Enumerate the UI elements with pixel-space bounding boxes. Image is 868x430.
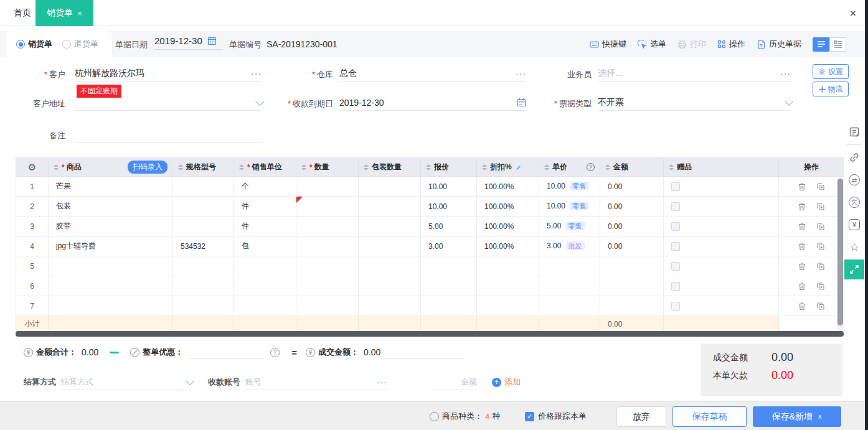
copy-row-icon[interactable] bbox=[816, 262, 825, 271]
address-chevron-down-icon[interactable] bbox=[255, 96, 264, 105]
discount-edit-icon[interactable] bbox=[514, 163, 522, 171]
cell-product[interactable]: 芒果 bbox=[49, 177, 173, 197]
abandon-button[interactable]: 放弃 bbox=[616, 406, 666, 427]
cell-qty[interactable] bbox=[296, 217, 359, 236]
copy-row-icon[interactable] bbox=[816, 242, 825, 251]
delete-row-icon[interactable] bbox=[798, 262, 806, 271]
checked-checkbox-icon[interactable]: ✓ bbox=[525, 412, 534, 421]
history-documents-button[interactable]: 历史单据 bbox=[757, 39, 801, 50]
gift-checkbox[interactable] bbox=[671, 242, 680, 251]
sort-icon[interactable] bbox=[239, 164, 244, 171]
cell-pkg-qty[interactable] bbox=[359, 296, 421, 316]
cell-qty[interactable] bbox=[296, 177, 359, 197]
cell-product[interactable] bbox=[49, 276, 173, 296]
money-icon[interactable]: ¥ bbox=[844, 213, 864, 236]
calendar-icon[interactable] bbox=[207, 36, 217, 45]
delete-row-icon[interactable] bbox=[798, 182, 806, 191]
cell-unit[interactable]: 件 bbox=[234, 217, 296, 236]
cell-unit[interactable]: 件 bbox=[234, 197, 296, 217]
price-type-tag[interactable]: 零售 bbox=[570, 202, 588, 210]
salesman-more-icon[interactable]: ··· bbox=[780, 68, 791, 78]
cell-spec[interactable] bbox=[173, 177, 234, 197]
column-header-gift[interactable]: 赠品 bbox=[664, 158, 779, 177]
cell-gift[interactable] bbox=[664, 256, 779, 276]
price-help-icon[interactable]: ? bbox=[587, 163, 595, 171]
operations-button[interactable]: 操作 bbox=[717, 39, 745, 50]
radio-sales-order[interactable]: 销货单 bbox=[16, 39, 52, 50]
sort-icon[interactable] bbox=[426, 164, 431, 171]
cell-spec[interactable] bbox=[173, 256, 234, 276]
copy-row-icon[interactable] bbox=[816, 282, 825, 291]
tab-sales-order[interactable]: 销货单 × bbox=[35, 0, 93, 26]
column-header-product[interactable]: *商品扫码录入 bbox=[49, 158, 173, 177]
delete-row-icon[interactable] bbox=[798, 202, 806, 211]
cell-product[interactable] bbox=[49, 296, 173, 316]
save-draft-button[interactable]: 保存草稿 bbox=[672, 406, 747, 427]
doc-date-field[interactable]: 2019-12-30 bbox=[154, 35, 223, 50]
column-header-discount[interactable]: 折扣% bbox=[477, 158, 539, 177]
sort-icon[interactable] bbox=[669, 164, 674, 171]
column-settings-gear-icon[interactable]: ⚙ bbox=[28, 162, 36, 172]
cell-unit[interactable] bbox=[234, 256, 296, 276]
cell-discount[interactable]: 100.00% bbox=[477, 197, 539, 217]
cell-pkg-qty[interactable] bbox=[359, 276, 421, 296]
gift-checkbox[interactable] bbox=[671, 182, 680, 191]
cell-product[interactable]: jpg十辅导费 bbox=[49, 236, 173, 256]
list-view-toggle-active[interactable] bbox=[813, 37, 829, 52]
price-track-checkbox-row[interactable]: ✓ 价格跟踪本单 bbox=[525, 411, 587, 422]
cell-pkg-qty[interactable] bbox=[359, 236, 421, 256]
sort-icon[interactable] bbox=[544, 164, 549, 171]
cell-pkg-qty[interactable] bbox=[359, 217, 421, 236]
cell-qty[interactable] bbox=[296, 236, 359, 256]
price-type-tag[interactable]: 批发 bbox=[566, 241, 585, 250]
sort-icon[interactable] bbox=[482, 164, 487, 171]
gift-checkbox[interactable] bbox=[671, 222, 680, 231]
copy-row-icon[interactable] bbox=[816, 302, 825, 311]
invoice-chevron-down-icon[interactable] bbox=[785, 96, 793, 105]
customer-field[interactable]: 杭州解放路沃尔玛 ··· bbox=[75, 65, 262, 82]
cell-unit[interactable]: 个 bbox=[234, 177, 296, 197]
account-more-icon[interactable]: ··· bbox=[377, 377, 387, 387]
cell-amount[interactable]: 0.00 bbox=[600, 236, 664, 256]
cell-price[interactable] bbox=[539, 256, 600, 276]
copy-row-icon[interactable] bbox=[816, 202, 825, 211]
settle-chevron-down-icon[interactable] bbox=[186, 376, 194, 385]
delete-row-icon[interactable] bbox=[798, 222, 806, 231]
sort-icon[interactable] bbox=[364, 164, 369, 171]
cell-discount[interactable]: 100.00% bbox=[477, 177, 539, 197]
print-button[interactable]: 打印 bbox=[677, 39, 706, 50]
card-view-toggle[interactable] bbox=[829, 37, 846, 52]
customer-more-icon[interactable]: ··· bbox=[251, 68, 262, 78]
delete-row-icon[interactable] bbox=[798, 302, 806, 311]
cell-discount[interactable]: 100.00% bbox=[477, 236, 539, 256]
cell-gift[interactable] bbox=[664, 217, 779, 236]
shortcut-keys-button[interactable]: 快捷键 bbox=[590, 39, 626, 50]
save-and-new-button[interactable]: 保存&新增 ∧ bbox=[753, 406, 841, 427]
salesman-field[interactable]: 选择... ··· bbox=[598, 65, 791, 82]
cell-gift[interactable] bbox=[664, 236, 779, 256]
account-field[interactable]: 账号 ··· bbox=[245, 374, 387, 390]
cell-quote[interactable]: 10.00 bbox=[421, 177, 477, 197]
cell-quote[interactable] bbox=[421, 256, 477, 276]
expand-icon[interactable] bbox=[844, 259, 864, 279]
deal-amount-input[interactable] bbox=[384, 345, 465, 359]
add-settlement-button[interactable]: + 添加 bbox=[492, 376, 521, 388]
due-calendar-icon[interactable] bbox=[517, 98, 526, 107]
gift-checkbox[interactable] bbox=[671, 302, 680, 311]
copy-row-icon[interactable] bbox=[816, 222, 825, 231]
sort-icon[interactable] bbox=[178, 164, 183, 171]
cell-spec[interactable]: 534532 bbox=[173, 236, 234, 256]
cell-product[interactable]: 胶带 bbox=[49, 217, 173, 236]
cell-discount[interactable] bbox=[477, 276, 539, 296]
tab-home[interactable]: 首页 bbox=[6, 0, 39, 26]
discount-help-icon[interactable]: ? bbox=[270, 348, 280, 357]
note-icon[interactable] bbox=[844, 121, 864, 143]
cell-pkg-qty[interactable] bbox=[359, 177, 421, 197]
cell-gift[interactable] bbox=[664, 296, 779, 316]
vertical-scrollbar-thumb[interactable] bbox=[837, 179, 843, 325]
column-header-price[interactable]: 单价? bbox=[539, 158, 600, 177]
invoice-type-field[interactable]: 不开票 bbox=[598, 95, 791, 111]
cell-pkg-qty[interactable] bbox=[359, 256, 421, 276]
transfer-icon[interactable]: ⇄ bbox=[844, 169, 864, 191]
cell-pkg-qty[interactable] bbox=[359, 197, 421, 217]
